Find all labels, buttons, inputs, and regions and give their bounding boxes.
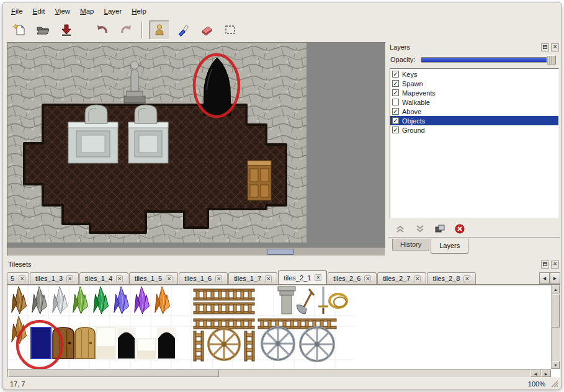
tab-close-icon[interactable]: ✕ — [265, 275, 272, 282]
tab-history[interactable]: History — [392, 239, 429, 251]
layer-row-ground[interactable]: ✓ Ground — [390, 125, 558, 135]
tileset-tile-ladder-h[interactable] — [194, 289, 254, 300]
layer-checkbox[interactable]: ✓ — [392, 117, 399, 124]
tab-close-icon[interactable]: ✕ — [414, 275, 421, 282]
tileset-tile-arch[interactable] — [157, 327, 176, 359]
tileset-tile-crystal[interactable] — [135, 287, 150, 314]
tileset-tab[interactable]: tiles_1_4 ✕ — [79, 272, 128, 284]
tab-close-icon[interactable]: ✕ — [463, 275, 470, 282]
map-canvas[interactable] — [7, 42, 386, 256]
eraser-tool-button[interactable] — [196, 20, 217, 40]
tileset-tile-column[interactable] — [278, 287, 295, 314]
tileset-tile-ladder-h[interactable] — [194, 319, 254, 329]
tileset-tile-crystal[interactable] — [94, 287, 109, 314]
tileset-tile-wheel[interactable] — [262, 327, 294, 360]
tileset-tab[interactable]: tiles_1_7 ✕ — [228, 272, 277, 284]
close-panel-icon[interactable]: ✕ — [551, 261, 559, 269]
tileset-tile-rope[interactable] — [329, 294, 347, 308]
vscroll-thumb[interactable] — [552, 294, 560, 327]
tileset-tile-white[interactable] — [137, 339, 156, 359]
layer-row-mapevents[interactable]: ✓ Mapevents — [390, 88, 558, 97]
tileset-grid[interactable]: ▲ ▼ ◀ ▶ — [7, 285, 560, 378]
new-map-button[interactable] — [9, 20, 29, 40]
tab-close-icon[interactable]: ✕ — [19, 275, 25, 282]
save-button[interactable] — [56, 20, 76, 40]
tileset-tile-crystal[interactable] — [53, 287, 68, 314]
layer-checkbox[interactable]: ✓ — [392, 108, 399, 115]
tileset-tile-crystal[interactable] — [32, 287, 47, 314]
tab-close-icon[interactable]: ✕ — [364, 275, 371, 282]
tileset-tab-active[interactable]: tiles_2_1 ✕ — [278, 270, 327, 284]
tileset-tile-ladder-h[interactable] — [194, 303, 254, 314]
tileset-image[interactable] — [7, 285, 551, 370]
map-hscroll-thumb[interactable] — [267, 249, 294, 255]
layer-row-objects[interactable]: ✓ Objects — [390, 116, 558, 125]
tab-close-icon[interactable]: ✕ — [66, 275, 73, 282]
opacity-slider[interactable] — [421, 57, 555, 63]
layer-list[interactable]: ✓ Keys ✓ Spawn ✓ Mapevents Walkable ✓ Ab… — [390, 68, 559, 218]
redo-button[interactable] — [115, 20, 136, 40]
move-layer-up-button[interactable] — [395, 224, 406, 234]
object-tool-button[interactable] — [149, 20, 169, 40]
scroll-up-icon[interactable]: ▲ — [552, 285, 560, 293]
tab-layers[interactable]: Layers — [431, 239, 468, 254]
tileset-tile-shovel[interactable] — [297, 289, 314, 314]
float-panel-icon[interactable] — [541, 261, 549, 269]
tileset-tile-white[interactable] — [96, 327, 115, 359]
menu-edit[interactable]: Edit — [28, 6, 50, 17]
menu-file[interactable]: File — [6, 6, 28, 17]
tileset-tile-door[interactable] — [75, 327, 95, 359]
layer-row-above[interactable]: ✓ Above — [390, 107, 558, 116]
tileset-tile-arch[interactable] — [117, 327, 136, 359]
tab-scroll-left-icon[interactable]: ◀ — [539, 272, 550, 284]
close-panel-icon[interactable]: ✕ — [551, 43, 559, 51]
move-layer-down-button[interactable] — [414, 224, 426, 234]
tileset-tile-crystal[interactable] — [73, 287, 88, 314]
layer-row-walkable[interactable]: Walkable — [390, 97, 558, 107]
tab-scroll-right-icon[interactable]: ▶ — [550, 272, 560, 284]
tileset-tab[interactable]: tiles_1_5 ✕ — [129, 272, 178, 284]
menu-help[interactable]: Help — [127, 6, 151, 17]
tab-close-icon[interactable]: ✕ — [315, 274, 321, 281]
open-button[interactable] — [32, 20, 53, 40]
layer-checkbox[interactable]: ✓ — [392, 127, 399, 133]
hscroll-thumb[interactable] — [8, 370, 219, 377]
tileset-tile-sword[interactable] — [318, 287, 328, 314]
map-horizontal-scrollbar[interactable] — [7, 247, 385, 256]
undo-button[interactable] — [92, 20, 112, 40]
scroll-right-icon[interactable]: ▶ — [541, 370, 551, 377]
tileset-tile-crystal[interactable] — [114, 287, 129, 314]
layer-checkbox[interactable]: ✓ — [392, 80, 399, 87]
opacity-slider-handle[interactable] — [547, 55, 556, 65]
menu-map[interactable]: Map — [75, 6, 99, 17]
tileset-tile-crystal[interactable] — [12, 287, 27, 314]
resize-grip[interactable] — [550, 380, 558, 388]
layer-checkbox[interactable]: ✓ — [392, 71, 399, 78]
brush-tool-button[interactable] — [172, 20, 193, 40]
tileset-tab[interactable]: tiles_2_7 ✕ — [377, 272, 426, 284]
tileset-tile-ladder-h[interactable] — [258, 319, 336, 329]
layer-checkbox[interactable] — [392, 99, 399, 105]
tileset-tile-navy[interactable] — [31, 327, 51, 359]
tileset-tile-ladder-v[interactable] — [194, 331, 204, 361]
tab-close-icon[interactable]: ✕ — [215, 275, 222, 282]
tileset-tab[interactable]: tiles_2_6 ✕ — [328, 272, 377, 284]
tileset-tile-ladder-v[interactable] — [244, 331, 254, 361]
menu-layer[interactable]: Layer — [99, 6, 127, 17]
layer-row-spawn[interactable]: ✓ Spawn — [390, 79, 558, 88]
tab-close-icon[interactable]: ✕ — [116, 275, 123, 282]
delete-layer-button[interactable] — [454, 224, 465, 234]
select-tool-button[interactable] — [220, 20, 240, 40]
tileset-tab[interactable]: tiles_1_3 ✕ — [30, 272, 79, 284]
layer-checkbox[interactable]: ✓ — [392, 89, 399, 96]
layer-row-keys[interactable]: ✓ Keys — [390, 69, 558, 79]
tab-close-icon[interactable]: ✕ — [166, 275, 172, 282]
tileset-vertical-scrollbar[interactable]: ▲ ▼ — [551, 285, 560, 369]
duplicate-layer-button[interactable] — [434, 224, 445, 234]
tileset-horizontal-scrollbar[interactable]: ◀ ▶ — [7, 369, 551, 377]
tileset-tile-wheel[interactable] — [208, 329, 239, 360]
tileset-tab[interactable]: tiles_2_8 ✕ — [427, 272, 476, 284]
tileset-tile-wheel[interactable] — [300, 327, 334, 361]
menu-view[interactable]: View — [50, 6, 75, 17]
scroll-left-icon[interactable]: ◀ — [530, 370, 540, 377]
